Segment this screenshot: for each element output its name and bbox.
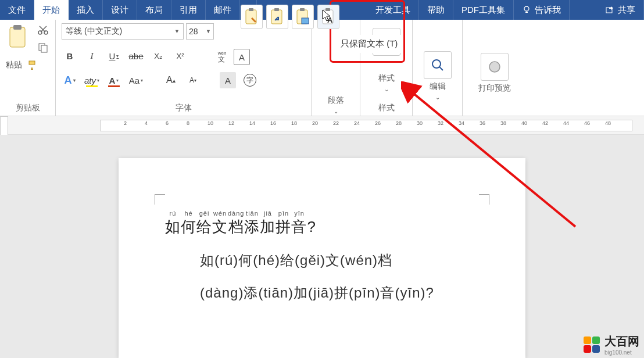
group-label-font: 字体 (176, 101, 192, 114)
chevron-down-icon: ▾ (141, 78, 143, 83)
ruler-tick: 40 (521, 120, 527, 126)
ruler-tick: 26 (375, 120, 381, 126)
tab-share[interactable]: 共享 (597, 0, 644, 20)
chevron-down-icon: ▼ (174, 28, 180, 34)
chevron-down-icon[interactable]: ⌄ (435, 94, 440, 101)
paste-picture-button[interactable] (292, 5, 314, 29)
svg-rect-7 (41, 45, 47, 52)
ruler-tick: 2 (124, 120, 127, 126)
document-page: 如rú何hé给gěi文wén档dàng添tiān加jiā拼pīn音yīn? 如(… (119, 158, 525, 358)
ruler-tick: 14 (249, 120, 255, 126)
chevron-down-icon: ▾ (116, 78, 119, 83)
highlight-button[interactable]: aty▾ (84, 72, 100, 88)
copy-button[interactable] (36, 41, 50, 55)
group-preview: 打印预览 (463, 20, 527, 116)
tab-design[interactable]: 设计 (103, 0, 137, 20)
share-icon (605, 5, 614, 15)
format-painter-icon (27, 59, 38, 71)
ruler-tick: 30 (417, 120, 423, 126)
inline-pinyin-char: 文(wén) (325, 252, 378, 268)
cut-button[interactable] (36, 23, 50, 37)
editing-label: 编辑 (430, 79, 446, 93)
find-button[interactable] (424, 51, 452, 79)
inline-pinyin-char: 拼(pīn) (334, 285, 380, 300)
ruler-tick: 46 (584, 120, 590, 126)
inline-pinyin-char: 添(tiān) (244, 285, 294, 300)
char-border-button[interactable]: A (234, 49, 250, 65)
preview-label: 打印预览 (478, 81, 511, 95)
font-name-dropdown[interactable]: 等线 (中文正文)▼ (62, 23, 184, 40)
svg-rect-17 (300, 8, 305, 11)
svg-rect-3 (13, 25, 22, 30)
font-color-button[interactable]: A▾ (106, 72, 122, 88)
ruler-tick: 34 (459, 120, 464, 126)
group-label-styles: 样式 (378, 101, 395, 114)
tab-layout[interactable]: 布局 (137, 0, 171, 20)
paste-text-only-tooltip: 只保留文本 (T) (335, 35, 403, 53)
inline-pinyin-char: 加(jiā) (294, 285, 334, 300)
svg-rect-13 (249, 8, 253, 11)
inline-pinyin-char: 如(rú) (200, 252, 238, 268)
chevron-down-icon[interactable]: ⌄ (334, 108, 338, 114)
paste-text-only-button[interactable]: A (317, 5, 339, 29)
ruby-char: 给gěi (196, 218, 212, 235)
tab-home[interactable]: 开始 (34, 0, 69, 20)
group-editing: 编辑 ⌄ (413, 20, 463, 116)
ruler-tick: 44 (563, 120, 569, 126)
paste-icon-large[interactable] (6, 23, 30, 51)
svg-rect-8 (29, 61, 35, 65)
group-label-paragraph: 段落 (328, 93, 344, 107)
tab-devtools[interactable]: 开发工具 (367, 0, 419, 20)
tab-mailings[interactable]: 邮件 (206, 0, 240, 20)
underline-button[interactable]: U▾ (106, 48, 122, 64)
tab-insert[interactable]: 插入 (69, 0, 103, 20)
ruby-char: 添tiān (244, 218, 260, 235)
styles-label: 样式 (378, 71, 395, 85)
print-preview-button[interactable] (481, 53, 509, 81)
phonetic-guide-button[interactable]: wén文 (214, 49, 230, 65)
group-paragraph: 段落 ⌄ (312, 20, 360, 116)
inline-pinyin-char: (dàng) (200, 285, 244, 300)
subscript-button[interactable]: X₂ (150, 48, 166, 64)
change-case-button[interactable]: Aa▾ (128, 72, 144, 88)
paste-merge-button[interactable] (266, 5, 288, 29)
ruler-tick: 24 (354, 120, 360, 126)
ruler-tick: 20 (312, 120, 318, 126)
strikethrough-button[interactable]: abe (128, 48, 144, 64)
paste-label[interactable]: 粘贴 (6, 60, 22, 70)
search-icon (430, 58, 445, 73)
superscript-button[interactable]: X² (172, 48, 188, 64)
grow-font-button[interactable]: A▴ (163, 72, 179, 88)
clipboard-arrow-icon (269, 8, 285, 26)
phonetic-guide-area: wén文 A (214, 49, 250, 65)
doc-line-1[interactable]: 如rú何hé给gěi文wén档dàng添tiān加jiā拼pīn音yīn? (165, 210, 491, 237)
margin-corner-tr (479, 194, 489, 205)
doc-line-3[interactable]: (dàng)添(tiān)加(jiā)拼(pīn)音(yīn)? (165, 284, 491, 302)
svg-rect-18 (302, 18, 309, 24)
text-effects-button[interactable]: A▾ (62, 72, 78, 88)
ruby-char: 何hé (181, 218, 196, 235)
enclosed-char-button[interactable]: 字 (242, 72, 258, 88)
tab-pdf[interactable]: PDF工具集 (453, 0, 514, 20)
chevron-down-icon[interactable]: ⌄ (384, 86, 389, 92)
font-size-dropdown[interactable]: 28▼ (186, 23, 214, 40)
clipboard-brush-icon (244, 8, 260, 26)
tab-help[interactable]: 帮助 (419, 0, 453, 20)
tab-file[interactable]: 文件 (0, 0, 34, 20)
clear-format-button[interactable]: A (220, 72, 236, 88)
paste-keep-source-button[interactable] (241, 5, 263, 29)
ruler-horizontal[interactable]: 2468101214161820222426283032343638404244… (0, 116, 644, 135)
document-canvas[interactable]: 如rú何hé给gěi文wén档dàng添tiān加jiā拼pīn音yīn? 如(… (0, 135, 644, 358)
group-label-clipboard: 剪贴板 (16, 101, 40, 114)
tab-references[interactable]: 引用 (171, 0, 206, 20)
bold-button[interactable]: B (62, 48, 78, 64)
shrink-font-button[interactable]: A▾ (185, 72, 201, 88)
doc-line-2[interactable]: 如(rú)何(hé)给(gěi)文(wén)档 (165, 251, 491, 270)
cursor-icon (321, 9, 332, 23)
tab-tellme[interactable]: 告诉我 (514, 0, 570, 20)
inline-pinyin-char: 给(gěi) (280, 252, 325, 268)
ruler-tick: 4 (145, 120, 148, 126)
italic-button[interactable]: I (84, 48, 100, 64)
watermark-url: big100.net (604, 349, 639, 356)
format-painter-button[interactable] (26, 58, 40, 72)
